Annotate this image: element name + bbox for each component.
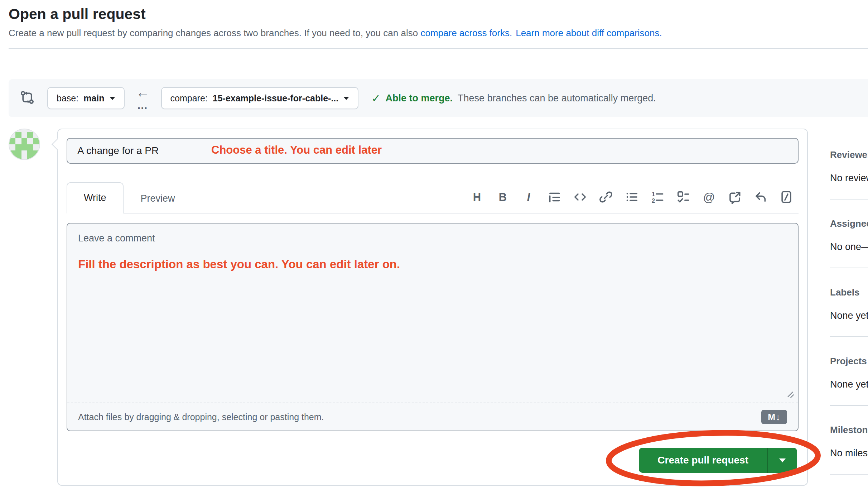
compare-branch-dropdown[interactable]: compare: 15-example-issue-for-cable-...: [161, 87, 359, 109]
ellipsis-dots: …: [137, 100, 149, 111]
bold-icon[interactable]: B: [493, 188, 513, 206]
diff-direction-indicator: ← …: [136, 86, 150, 111]
pull-request-form-card: Choose a title. You can edit later Write…: [57, 129, 808, 486]
create-pr-options-button[interactable]: [767, 448, 797, 473]
sidebar-section-assignees: Assignees No one—assign yourself: [830, 218, 868, 268]
sidebar-section-labels: Labels None yet: [830, 287, 868, 337]
italic-icon[interactable]: I: [519, 188, 539, 206]
tab-preview[interactable]: Preview: [124, 183, 192, 213]
header-divider: [9, 48, 868, 49]
sidebar-section-value: No one—assign yourself: [830, 241, 868, 253]
comment-annotation: Fill the description as best you can. Yo…: [78, 258, 787, 271]
pr-sidebar: Reviewers No reviews Assignees No one—as…: [830, 129, 868, 490]
comment-editor: Leave a comment Fill the description as …: [67, 223, 799, 431]
base-branch-dropdown[interactable]: base: main: [47, 87, 125, 109]
markdown-supported-icon[interactable]: M↓: [761, 410, 787, 424]
markdown-toolbar: H B I: [467, 188, 799, 213]
compare-branch-name: 15-example-issue-for-cable-...: [213, 93, 339, 104]
sidebar-section-label[interactable]: Milestone: [830, 424, 868, 436]
list-ordered-icon[interactable]: 1 2: [647, 188, 667, 206]
sidebar-section-label[interactable]: Labels: [830, 287, 868, 298]
slash-command-icon[interactable]: [776, 188, 796, 206]
code-icon[interactable]: [570, 188, 590, 206]
sidebar-section-milestone: Milestone No milestone: [830, 424, 868, 475]
svg-text:1: 1: [652, 191, 655, 198]
chevron-down-icon: [110, 97, 115, 100]
resize-handle-icon[interactable]: [786, 390, 795, 400]
comment-placeholder: Leave a comment: [78, 233, 155, 244]
check-icon: ✓: [371, 92, 380, 105]
heading-icon[interactable]: H: [467, 188, 487, 206]
list-unordered-icon[interactable]: [622, 188, 642, 206]
form-actions: Create pull request: [67, 431, 799, 478]
merge-status-title: Able to merge.: [385, 93, 453, 104]
mention-icon[interactable]: @: [699, 188, 719, 206]
chevron-down-icon: [779, 458, 786, 462]
sidebar-section-value: None yet: [830, 379, 868, 390]
link-icon[interactable]: [596, 188, 616, 206]
tasklist-icon[interactable]: [673, 188, 693, 206]
sidebar-section-label[interactable]: Projects: [830, 356, 868, 367]
main-content-row: Choose a title. You can edit later Write…: [9, 129, 868, 490]
editor-tab-bar: Write Preview H B I: [67, 178, 799, 213]
subtitle-text: Create a new pull request by comparing c…: [9, 28, 418, 38]
attach-hint-text: Attach files by dragging & dropping, sel…: [78, 412, 324, 422]
title-row: Choose a title. You can edit later: [67, 138, 799, 164]
cross-reference-icon[interactable]: [725, 188, 745, 206]
create-pull-request-button[interactable]: Create pull request: [639, 448, 767, 473]
tab-write[interactable]: Write: [67, 182, 124, 213]
merge-status-detail: These branches can be automatically merg…: [458, 93, 656, 104]
identicon-image: [9, 129, 39, 159]
svg-text:2: 2: [652, 197, 655, 204]
left-arrow-icon: ←: [136, 86, 150, 99]
sidebar-section-label[interactable]: Assignees: [830, 218, 868, 229]
learn-more-diff-link[interactable]: Learn more about diff comparisons.: [516, 28, 662, 38]
create-pr-button-group: Create pull request: [639, 448, 797, 473]
reply-icon[interactable]: [751, 188, 771, 206]
base-branch-name: main: [83, 93, 104, 104]
attach-files-area[interactable]: Attach files by dragging & dropping, sel…: [67, 403, 798, 431]
avatar: [9, 129, 40, 160]
base-prefix-label: base:: [57, 93, 78, 104]
card-caret: [52, 138, 64, 150]
page-title: Open a pull request: [9, 6, 868, 23]
sidebar-section-value: No reviews: [830, 173, 868, 184]
sidebar-section-label[interactable]: Reviewers: [830, 149, 868, 160]
branch-selector-bar: base: main ← … compare: 15-example-issue…: [9, 79, 868, 117]
open-pull-request-page: Open a pull request Create a new pull re…: [0, 6, 868, 490]
merge-status: ✓ Able to merge. These branches can be a…: [371, 92, 656, 105]
compare-prefix-label: compare:: [170, 93, 208, 104]
sidebar-section-value: No milestone: [830, 448, 868, 459]
compare-across-forks-link[interactable]: compare across forks.: [420, 28, 512, 38]
chevron-down-icon: [343, 97, 349, 100]
git-compare-icon: [20, 90, 34, 106]
sidebar-section-value: None yet: [830, 310, 868, 321]
page-subtitle: Create a new pull request by comparing c…: [9, 28, 868, 39]
comment-textarea[interactable]: Leave a comment Fill the description as …: [67, 224, 798, 403]
pr-title-input[interactable]: [67, 138, 799, 164]
quote-icon[interactable]: [544, 188, 564, 206]
sidebar-section-projects: Projects None yet: [830, 356, 868, 406]
sidebar-section-reviewers: Reviewers No reviews: [830, 149, 868, 200]
